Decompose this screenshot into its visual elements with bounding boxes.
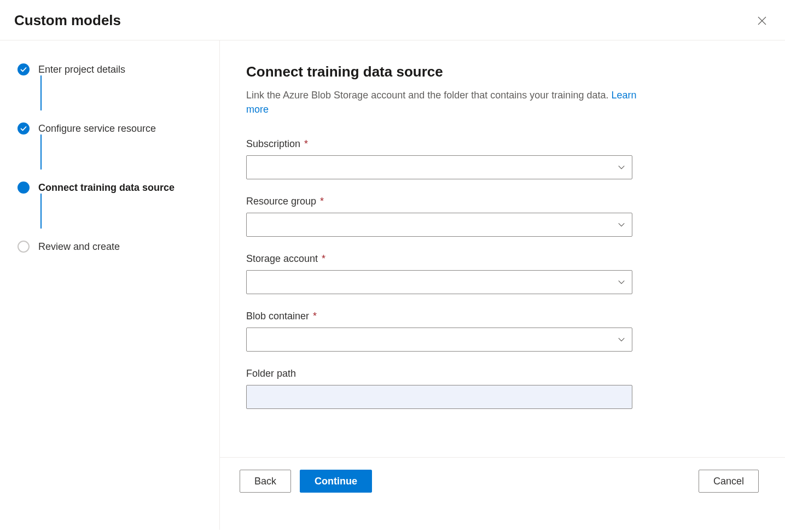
required-marker: * — [304, 138, 308, 149]
resource-group-field: Resource group * — [246, 196, 759, 237]
step-label: Review and create — [38, 241, 120, 253]
subscription-label: Subscription * — [246, 138, 759, 150]
main-description: Link the Azure Blob Storage account and … — [246, 88, 640, 116]
main-content: Connect training data source Link the Az… — [220, 40, 785, 530]
wizard-sidebar: Enter project details Configure service … — [0, 40, 220, 530]
step-label: Configure service resource — [38, 122, 156, 135]
continue-button[interactable]: Continue — [300, 470, 372, 493]
chevron-down-icon — [618, 163, 625, 171]
back-button[interactable]: Back — [240, 470, 291, 493]
step-configure-service-resource[interactable]: Configure service resource — [18, 122, 208, 135]
storage-account-label: Storage account * — [246, 253, 759, 265]
resource-group-select[interactable] — [246, 213, 632, 237]
step-indicator-completed — [18, 122, 30, 135]
checkmark-icon — [20, 66, 27, 73]
step-connect-training-data-source[interactable]: Connect training data source — [18, 182, 208, 194]
main-title: Connect training data source — [246, 63, 759, 80]
required-marker: * — [313, 311, 317, 321]
step-enter-project-details[interactable]: Enter project details — [18, 63, 208, 75]
step-indicator-pending — [18, 241, 30, 253]
step-indicator-current — [18, 182, 30, 194]
close-button[interactable] — [754, 13, 770, 28]
page-title: Custom models — [14, 12, 121, 29]
chevron-down-icon — [618, 336, 625, 343]
folder-path-input[interactable] — [246, 385, 632, 409]
checkmark-icon — [20, 125, 27, 132]
resource-group-label: Resource group * — [246, 196, 759, 207]
storage-account-select[interactable] — [246, 270, 632, 294]
step-label: Enter project details — [38, 63, 125, 75]
folder-path-field: Folder path — [246, 368, 759, 409]
step-connector — [40, 194, 42, 229]
subscription-field: Subscription * — [246, 138, 759, 179]
step-review-and-create[interactable]: Review and create — [18, 241, 208, 253]
step-connector — [40, 75, 42, 110]
page-header: Custom models — [0, 0, 785, 40]
wizard-footer: Back Continue Cancel — [220, 457, 785, 493]
required-marker: * — [320, 196, 324, 207]
chevron-down-icon — [618, 278, 625, 286]
storage-account-field: Storage account * — [246, 253, 759, 294]
description-text: Link the Azure Blob Storage account and … — [246, 90, 611, 101]
blob-container-field: Blob container * — [246, 311, 759, 352]
required-marker: * — [322, 253, 325, 264]
step-connector — [40, 135, 42, 169]
step-label: Connect training data source — [38, 182, 175, 194]
blob-container-label: Blob container * — [246, 311, 759, 322]
blob-container-select[interactable] — [246, 328, 632, 352]
folder-path-label: Folder path — [246, 368, 759, 379]
chevron-down-icon — [618, 221, 625, 229]
step-indicator-completed — [18, 63, 30, 75]
close-icon — [758, 16, 766, 25]
subscription-select[interactable] — [246, 155, 632, 179]
cancel-button[interactable]: Cancel — [699, 470, 759, 493]
